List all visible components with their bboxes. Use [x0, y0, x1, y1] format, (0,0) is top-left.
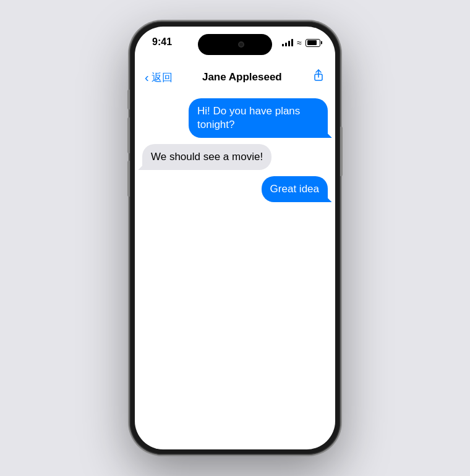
wifi-icon: ≈ — [297, 38, 302, 48]
message-text: We should see a movie! — [151, 151, 263, 163]
volume-up-button — [127, 117, 130, 153]
signal-bars-icon — [282, 39, 293, 46]
camera-dot — [238, 41, 244, 48]
chevron-left-icon: ‹ — [145, 70, 149, 85]
battery-fill — [307, 40, 317, 45]
power-button — [340, 127, 343, 176]
message-row: We should see a movie! — [142, 144, 328, 170]
message-text: Hi! Do you have plans tonight? — [197, 105, 300, 130]
message-row: Great idea — [142, 176, 328, 202]
battery-icon — [306, 39, 320, 47]
dynamic-island — [198, 34, 272, 55]
status-time: 9:41 — [152, 36, 172, 48]
back-button[interactable]: ‹ 返回 — [145, 70, 173, 85]
message-bubble-incoming[interactable]: We should see a movie! — [142, 144, 271, 170]
navigation-bar: ‹ 返回 Jane Appleseed — [135, 62, 335, 92]
signal-bar-4 — [291, 39, 293, 46]
signal-bar-2 — [285, 43, 287, 46]
status-icons: ≈ — [282, 38, 320, 48]
message-bubble-outgoing[interactable]: Great idea — [262, 176, 328, 202]
volume-down-button — [127, 161, 130, 197]
phone-screen: 9:41 ≈ ‹ 返回 Jane Appleseed — [135, 27, 335, 449]
share-button[interactable] — [312, 69, 325, 86]
conversation-title: Jane Appleseed — [179, 71, 306, 83]
signal-bar-3 — [288, 41, 290, 46]
back-label: 返回 — [152, 70, 173, 85]
message-bubble-outgoing[interactable]: Hi! Do you have plans tonight? — [189, 98, 328, 138]
mute-button — [127, 90, 130, 109]
message-text: Great idea — [270, 183, 319, 195]
messages-area: Hi! Do you have plans tonight? We should… — [135, 92, 335, 449]
signal-bar-1 — [282, 44, 284, 46]
message-row: Hi! Do you have plans tonight? — [142, 98, 328, 138]
phone-frame: 9:41 ≈ ‹ 返回 Jane Appleseed — [130, 22, 340, 454]
